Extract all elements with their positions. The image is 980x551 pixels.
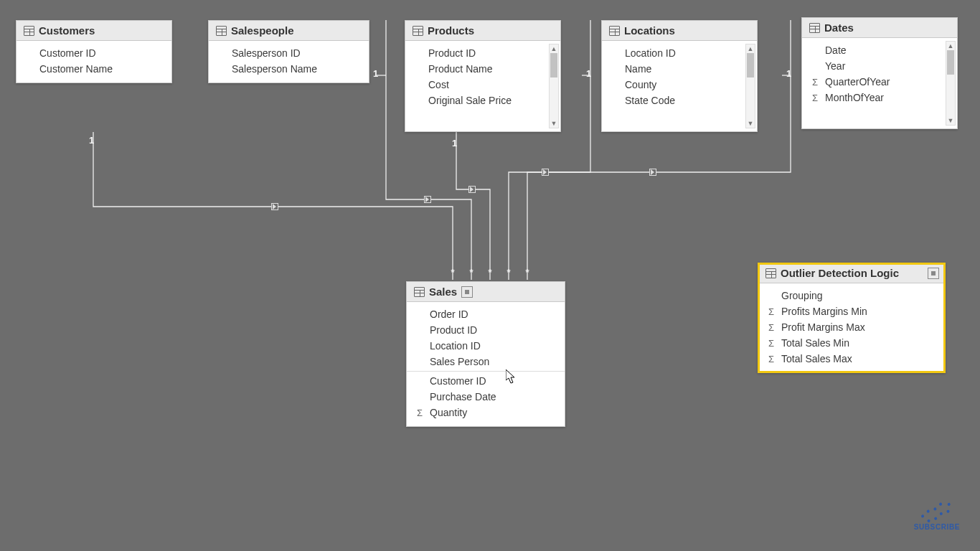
scrollbar[interactable]: ▲ ▼ (946, 41, 956, 126)
scroll-down-icon[interactable]: ▼ (748, 119, 754, 128)
filter-direction-marker (424, 196, 431, 203)
many-end-4: * (507, 267, 510, 278)
field-row[interactable]: ΣSales Person (407, 354, 565, 369)
table-title: Outlier Detection Logic (781, 267, 899, 279)
cardinality-customers: 1 (89, 135, 94, 146)
field-row[interactable]: ΣProfits Margins Min (758, 303, 945, 319)
filter-direction-marker (468, 186, 476, 193)
sigma-icon: Σ (768, 354, 781, 364)
table-icon (24, 26, 34, 36)
field-row[interactable]: ΣName (602, 61, 757, 77)
cardinality-products: 1 (452, 138, 457, 149)
field-row[interactable]: ΣGrouping (758, 288, 945, 303)
table-outlier-detection[interactable]: Outlier Detection Logic ΣGrouping ΣProfi… (758, 263, 946, 373)
table-title: Sales (429, 286, 457, 298)
subscribe-watermark: SUBSCRIBE (914, 506, 960, 531)
field-row[interactable]: ΣSalesperson Name (209, 61, 369, 77)
sigma-icon: Σ (812, 93, 825, 103)
storage-mode-icon (928, 268, 939, 279)
cardinality-dates: 1 (786, 68, 791, 79)
scroll-thumb[interactable] (550, 53, 557, 77)
many-end-1: * (451, 267, 454, 278)
table-icon (809, 23, 820, 33)
table-header[interactable]: Customers (17, 21, 171, 41)
table-header[interactable]: Dates (802, 18, 957, 38)
scroll-thumb[interactable] (947, 50, 954, 75)
table-icon (414, 287, 425, 297)
table-dates[interactable]: Dates ΣDate ΣYear ΣQuarterOfYear ΣMonthO… (801, 17, 958, 129)
cardinality-locations: 1 (586, 68, 591, 79)
table-icon (765, 268, 776, 278)
field-row[interactable]: ΣCustomer Name (17, 61, 171, 77)
field-row[interactable]: ΣProduct ID (407, 322, 565, 338)
watermark-text: SUBSCRIBE (914, 523, 960, 531)
field-row[interactable]: ΣLocation ID (602, 45, 757, 61)
sigma-icon: Σ (768, 306, 781, 317)
many-end-3: * (488, 267, 491, 278)
sigma-icon: Σ (768, 338, 781, 349)
table-products[interactable]: Products ΣProduct ID ΣProduct Name ΣCost… (405, 20, 561, 132)
field-row[interactable]: ΣTotal Sales Max (758, 351, 945, 367)
table-header[interactable]: Salespeople (209, 21, 369, 41)
sigma-icon: Σ (417, 408, 430, 418)
filter-direction-marker (649, 169, 656, 176)
field-row[interactable]: ΣQuantity (407, 405, 565, 420)
table-title: Salespeople (231, 24, 294, 37)
field-row[interactable]: ΣCost (405, 77, 560, 93)
table-sales[interactable]: Sales ΣOrder ID ΣProduct ID ΣLocation ID… (406, 281, 565, 427)
field-row[interactable]: ΣOriginal Sale Price (405, 93, 560, 108)
table-salespeople[interactable]: Salespeople ΣSalesperson ID ΣSalesperson… (208, 20, 369, 83)
table-icon (216, 26, 227, 36)
field-row[interactable]: ΣTotal Sales Min (758, 335, 945, 351)
divider (407, 371, 565, 372)
filter-direction-marker (271, 203, 278, 210)
table-title: Dates (824, 22, 854, 34)
scroll-down-icon[interactable]: ▼ (948, 116, 954, 125)
table-customers[interactable]: Customers ΣCustomer ID ΣCustomer Name (16, 20, 172, 83)
scroll-down-icon[interactable]: ▼ (551, 119, 557, 128)
table-header[interactable]: Outlier Detection Logic (758, 263, 945, 283)
field-row[interactable]: ΣState Code (602, 93, 757, 108)
field-row[interactable]: ΣDate (802, 42, 957, 58)
field-row[interactable]: ΣSalesperson ID (209, 45, 369, 61)
many-end-2: * (469, 267, 473, 278)
field-row[interactable]: ΣCounty (602, 77, 757, 93)
field-row[interactable]: ΣMonthOfYear (802, 90, 957, 105)
sigma-icon: Σ (812, 77, 825, 88)
table-header[interactable]: Locations (602, 21, 757, 41)
field-row[interactable]: ΣProduct Name (405, 61, 560, 77)
table-icon (609, 26, 620, 36)
scrollbar[interactable]: ▲ ▼ (549, 44, 559, 128)
scroll-thumb[interactable] (747, 53, 754, 77)
table-title: Customers (39, 24, 95, 37)
field-row[interactable]: ΣQuarterOfYear (802, 74, 957, 90)
field-row[interactable]: ΣCustomer ID (17, 45, 171, 61)
table-icon (413, 26, 423, 36)
table-header[interactable]: Products (405, 21, 560, 41)
scroll-up-icon[interactable]: ▲ (948, 42, 954, 50)
storage-mode-icon (461, 286, 473, 298)
scroll-up-icon[interactable]: ▲ (748, 44, 754, 53)
field-row[interactable]: ΣLocation ID (407, 338, 565, 354)
filter-direction-marker (542, 169, 549, 176)
field-row[interactable]: ΣOrder ID (407, 306, 565, 322)
table-title: Products (428, 24, 474, 37)
table-title: Locations (624, 24, 675, 37)
field-row[interactable]: ΣYear (802, 58, 957, 74)
scrollbar[interactable]: ▲ ▼ (745, 44, 755, 128)
field-row[interactable]: ΣCustomer ID (407, 373, 565, 389)
many-end-5: * (525, 267, 529, 278)
scroll-up-icon[interactable]: ▲ (551, 44, 557, 53)
cardinality-salespeople: 1 (373, 68, 378, 79)
field-row[interactable]: ΣProduct ID (405, 45, 560, 61)
table-header[interactable]: Sales (407, 282, 565, 302)
field-row[interactable]: ΣProfit Margins Max (758, 319, 945, 335)
table-locations[interactable]: Locations ΣLocation ID ΣName ΣCounty ΣSt… (601, 20, 758, 132)
field-row[interactable]: ΣPurchase Date (407, 389, 565, 405)
sigma-icon: Σ (768, 322, 781, 333)
